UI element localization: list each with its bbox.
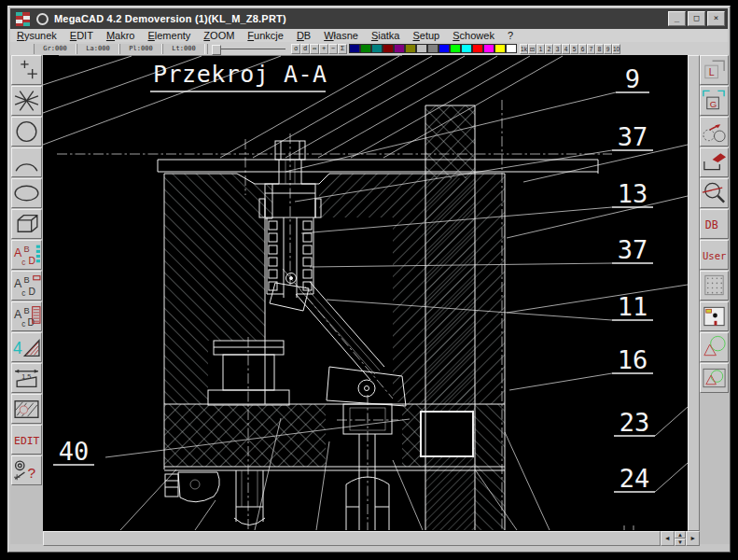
mini-button-4[interactable]: − <box>328 44 338 54</box>
ellipse-tool-button[interactable] <box>11 178 42 208</box>
view-button-9[interactable]: 8 <box>595 44 604 54</box>
move-tool-button[interactable] <box>700 117 729 147</box>
view-button-1[interactable]: ⊡ <box>528 44 536 54</box>
group-g-tool-button[interactable]: G <box>700 86 729 116</box>
zoom-redline-tool-button[interactable] <box>700 178 729 208</box>
menu-?[interactable]: ? <box>501 30 520 41</box>
mini-button-1[interactable]: d <box>300 44 310 54</box>
view-button-6[interactable]: 5 <box>570 44 578 54</box>
menu-setup[interactable]: Setup <box>406 30 446 41</box>
layer-l-tool-button[interactable]: L <box>700 55 729 85</box>
view-button-3[interactable]: 2 <box>545 44 553 54</box>
drawing-canvas[interactable]: Przekroj A-A 93713371116232440 <box>43 55 688 531</box>
shapes-tool-button[interactable] <box>700 332 729 362</box>
menu-elementy[interactable]: Elementy <box>141 30 197 41</box>
zoom-slider[interactable] <box>207 44 289 54</box>
group-g-icon: G <box>701 87 728 115</box>
horizontal-scrollbar[interactable] <box>43 531 661 546</box>
svg-text:D: D <box>29 256 35 266</box>
text-color-tool-button[interactable]: ABcD <box>11 240 42 270</box>
text-tool-button[interactable]: ABcD <box>11 271 42 301</box>
view-button-11[interactable]: 10 <box>612 44 620 54</box>
color-swatch-5[interactable] <box>405 44 416 53</box>
edit-tool-button[interactable]: EDIT <box>11 425 42 455</box>
surface-tool-button[interactable] <box>700 147 729 177</box>
menu-siatka[interactable]: Siatka <box>365 30 407 41</box>
system-menu-icon[interactable] <box>36 13 49 25</box>
menu-makro[interactable]: Makro <box>100 30 142 41</box>
vertical-scrollbar[interactable] <box>688 55 700 531</box>
shapes-box-tool-button[interactable] <box>700 363 729 393</box>
status-button-0[interactable]: Gr:000 <box>34 44 77 54</box>
vertical-scrollbar-thumb[interactable] <box>688 55 700 531</box>
circle-tool-button[interactable] <box>11 117 42 147</box>
box3d-tool-button[interactable] <box>11 209 42 239</box>
color-swatch-4[interactable] <box>394 44 405 53</box>
slider-thumb[interactable] <box>212 45 221 55</box>
arc-tool-button[interactable] <box>11 147 42 177</box>
color-swatch-11[interactable] <box>472 44 483 53</box>
menu-edit[interactable]: EDIT <box>63 30 100 41</box>
text-icon: ABcD <box>12 272 41 300</box>
help-tool-button[interactable]: ? <box>11 455 42 485</box>
view-button-7[interactable]: 6 <box>578 44 587 54</box>
menu-schowek[interactable]: Schowek <box>446 30 501 41</box>
color-swatch-13[interactable] <box>494 44 506 53</box>
pan-left-button[interactable]: ◄ <box>661 531 675 546</box>
svg-text:DB: DB <box>705 218 718 231</box>
status-buttons: Gr:000La:000Pl:000Lt:000 <box>34 44 205 54</box>
dimension-tool-button[interactable]: 1.5 <box>11 363 42 393</box>
mini-button-3[interactable]: + <box>319 44 328 54</box>
db-tool-button[interactable]: DB <box>700 209 729 239</box>
status-button-1[interactable]: La:000 <box>77 44 119 54</box>
view-button-2[interactable]: 1 <box>536 44 545 54</box>
pan-control: ◄ ▲ ▼ ► <box>661 531 700 546</box>
hatch-dim-tool-button[interactable]: 4 <box>11 332 42 362</box>
color-swatch-3[interactable] <box>383 44 394 53</box>
menu-db[interactable]: DB <box>290 30 317 41</box>
status-button-2[interactable]: Pl:000 <box>119 44 162 54</box>
menu-funkcje[interactable]: Funkcje <box>241 30 290 41</box>
menu-wasne[interactable]: Własne <box>317 30 365 41</box>
view-button-8[interactable]: 7 <box>587 44 595 54</box>
surface-icon <box>701 148 728 176</box>
user-tool-button[interactable]: User <box>700 240 729 270</box>
maximize-button[interactable]: □ <box>688 11 705 26</box>
status-button-3[interactable]: Lt:000 <box>162 44 205 54</box>
callout-9: 9 <box>625 64 640 93</box>
view-button-10[interactable]: 9 <box>604 44 612 54</box>
color-swatch-12[interactable] <box>483 44 494 53</box>
mini-button-0[interactable]: σ <box>291 44 300 54</box>
color-swatch-10[interactable] <box>461 44 472 53</box>
snap-tool-button[interactable] <box>700 301 729 331</box>
lines-tool-button[interactable] <box>11 86 42 116</box>
menu-rysunek[interactable]: Rysunek <box>10 30 63 41</box>
color-swatch-0[interactable] <box>349 44 360 53</box>
view-button-5[interactable]: 4 <box>562 44 570 54</box>
color-swatch-14[interactable] <box>506 44 517 53</box>
text-block-tool-button[interactable]: ABcD <box>11 301 42 331</box>
menu-bar: RysunekEDITMakroElementyZOOMFunkcjeDBWła… <box>10 29 728 42</box>
color-swatch-2[interactable] <box>371 44 383 53</box>
close-button[interactable]: × <box>707 11 725 26</box>
minimize-button[interactable]: _ <box>668 11 686 26</box>
view-button-0[interactable]: 1k <box>520 44 528 54</box>
mini-button-2[interactable]: ↔ <box>310 44 319 54</box>
points-tool-button[interactable] <box>11 55 42 85</box>
horizontal-scrollbar-thumb[interactable] <box>43 531 661 546</box>
mini-button-5[interactable]: Σ <box>338 44 347 54</box>
color-swatch-8[interactable] <box>439 44 450 53</box>
view-button-4[interactable]: 3 <box>553 44 562 54</box>
pan-down-button[interactable]: ▼ <box>675 539 687 546</box>
hatch-tool-button[interactable] <box>11 394 42 424</box>
grid-tool-button[interactable] <box>700 271 729 301</box>
title-bar: MegaCAD 4.2 Demoversion (1)(KL_M_Z8.PRT)… <box>10 8 728 29</box>
color-swatch-9[interactable] <box>450 44 461 53</box>
megacad-logo-icon <box>16 12 30 26</box>
color-swatch-1[interactable] <box>360 44 371 53</box>
pan-right-button[interactable]: ► <box>686 531 700 546</box>
menu-zoom[interactable]: ZOOM <box>197 30 241 41</box>
color-swatch-7[interactable] <box>427 44 439 53</box>
pan-up-button[interactable]: ▲ <box>675 531 687 539</box>
color-swatch-6[interactable] <box>416 44 427 53</box>
